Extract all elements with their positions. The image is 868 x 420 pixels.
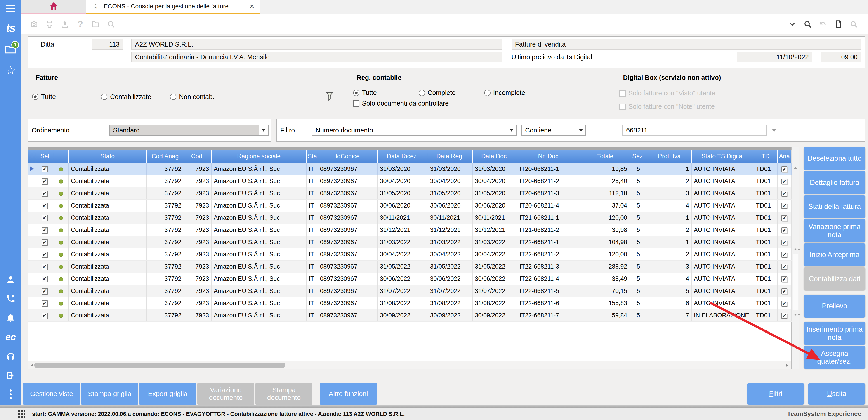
invoice-type-field[interactable]: Fatture di vendita <box>512 39 861 50</box>
ana-checkbox[interactable] <box>781 252 787 258</box>
reg-contabile-radio-option[interactable]: Incomplete <box>484 89 550 96</box>
ana-checkbox[interactable] <box>781 167 787 172</box>
filtri-button[interactable]: Filtri <box>747 383 804 404</box>
filter-operator-select[interactable]: Contiene <box>522 125 586 136</box>
table-row[interactable]: Contabilizzata 37792 7923 Amazon EU S.Ã … <box>28 248 792 261</box>
row-select-checkbox[interactable] <box>41 227 48 234</box>
table-row[interactable]: Contabilizzata 37792 7923 Amazon EU S.Ã … <box>28 285 792 297</box>
phone-icon[interactable] <box>6 294 16 304</box>
column-header[interactable]: Totale <box>581 150 629 163</box>
column-header[interactable]: Prot. Iva <box>647 150 691 163</box>
ec-logo[interactable]: ec <box>5 332 16 342</box>
bottom-bar-button[interactable]: Export griglia <box>139 383 196 404</box>
new-document-icon[interactable] <box>834 20 843 28</box>
scroll-up-arrow-icon[interactable] <box>794 165 797 169</box>
scroll-page-up-icon[interactable] <box>794 245 801 249</box>
side-panel-button[interactable]: Dettaglio fattura <box>804 171 865 194</box>
uscita-button[interactable]: Uscita <box>808 383 865 404</box>
menu-icon[interactable] <box>6 4 15 13</box>
bottom-bar-button[interactable]: Stampa griglia <box>81 383 138 404</box>
table-row[interactable]: Contabilizzata 37792 7923 Amazon EU S.Ã … <box>28 297 792 309</box>
row-select-checkbox[interactable] <box>41 264 48 270</box>
favorites-star-icon[interactable]: ☆ <box>5 64 16 76</box>
ana-checkbox[interactable] <box>781 215 787 221</box>
bottom-bar-button[interactable]: Gestione viste <box>23 383 80 404</box>
column-header[interactable]: Sta <box>306 150 318 163</box>
side-panel-button[interactable]: Prelievo <box>804 295 865 318</box>
scroll-left-arrow-icon[interactable] <box>29 363 33 367</box>
close-icon[interactable]: ✕ <box>249 3 254 10</box>
scroll-right-arrow-icon[interactable] <box>786 363 790 367</box>
table-row[interactable]: Contabilizzata 37792 7923 Amazon EU S.Ã … <box>28 200 792 212</box>
filter-funnel-icon[interactable] <box>325 91 334 102</box>
search-icon[interactable] <box>107 20 115 28</box>
last-pull-time-field[interactable]: 09:00 <box>820 52 861 62</box>
ana-checkbox[interactable] <box>781 264 787 270</box>
table-row[interactable]: Contabilizzata 37792 7923 Amazon EU S.Ã … <box>28 273 792 285</box>
column-header[interactable]: Sez. <box>629 150 647 163</box>
column-header[interactable]: Stato TS Digital <box>691 150 754 163</box>
more-options-icon[interactable] <box>10 389 12 399</box>
row-select-checkbox[interactable] <box>41 288 48 295</box>
table-row[interactable]: Contabilizzata 37792 7923 Amazon EU S.Ã … <box>28 175 792 187</box>
fatture-radio-option[interactable]: Tutte <box>32 93 101 100</box>
row-select-checkbox[interactable] <box>41 166 48 173</box>
undo-icon[interactable] <box>819 20 827 28</box>
ordinamento-select[interactable]: Standard <box>110 125 269 136</box>
scroll-page-down-icon[interactable] <box>794 316 801 320</box>
side-panel-button[interactable]: Deseleziona tutto <box>804 147 865 170</box>
filter-value-input[interactable]: 668211 <box>622 125 767 136</box>
ana-checkbox[interactable] <box>781 240 787 245</box>
vertical-scroll-thumb[interactable] <box>793 253 798 310</box>
ana-checkbox[interactable] <box>781 228 787 233</box>
row-select-checkbox[interactable] <box>41 190 48 197</box>
fatture-radio-option[interactable]: Non contab. <box>170 93 239 100</box>
notifications-bell-icon[interactable] <box>6 312 16 323</box>
column-header[interactable]: Cod.Anag <box>147 150 184 163</box>
filter-history-arrow-icon[interactable] <box>772 129 776 134</box>
column-header[interactable]: Data Ricez. <box>377 150 428 163</box>
table-row[interactable]: Contabilizzata 37792 7923 Amazon EU S.Ã … <box>28 261 792 273</box>
tab-home[interactable] <box>21 0 86 14</box>
ana-checkbox[interactable] <box>781 191 787 197</box>
help-icon[interactable]: ? <box>76 20 85 28</box>
column-header[interactable]: Sel <box>36 150 54 163</box>
horizontal-scrollbar[interactable] <box>28 361 792 369</box>
column-header[interactable]: Ragione sociale <box>211 150 306 163</box>
side-panel-button[interactable]: Assegna quater/sez. <box>804 346 865 369</box>
search-secondary-icon[interactable] <box>849 20 858 28</box>
column-header[interactable]: Cod. <box>184 150 211 163</box>
row-select-checkbox[interactable] <box>41 276 48 282</box>
table-row[interactable]: Contabilizzata 37792 7923 Amazon EU S.Ã … <box>28 212 792 224</box>
side-panel-button[interactable]: Inserimento prima nota <box>804 322 865 345</box>
reg-contabile-radio-option[interactable]: Tutte <box>353 89 418 96</box>
side-panel-button[interactable]: Contabilizza dati <box>804 267 865 291</box>
row-select-checkbox[interactable] <box>41 300 48 307</box>
column-header[interactable]: Stato <box>68 150 147 163</box>
company-regime-field[interactable]: Contabilita' ordinaria - Denuncia I.V.A.… <box>131 52 502 62</box>
row-select-checkbox[interactable] <box>41 203 48 209</box>
zoom-search-icon[interactable] <box>803 20 812 28</box>
column-header[interactable]: Data Reg. <box>428 150 472 163</box>
ana-checkbox[interactable] <box>781 203 787 209</box>
column-header[interactable] <box>54 150 68 163</box>
column-header[interactable] <box>28 150 36 163</box>
filter-field-select[interactable]: Numero documento <box>312 125 517 136</box>
logout-icon[interactable] <box>6 370 16 381</box>
bottom-bar-button[interactable]: Variazione documento <box>197 383 254 404</box>
support-headset-icon[interactable] <box>6 352 16 361</box>
sidebar-item-documents[interactable]: 1 <box>5 44 16 55</box>
ditta-code-field[interactable]: 113 <box>92 39 123 50</box>
reg-contabile-radio-option[interactable]: Complete <box>418 89 484 96</box>
bottom-bar-button[interactable]: Altre funzioni <box>320 383 377 404</box>
horizontal-scroll-thumb[interactable] <box>34 363 285 368</box>
row-select-checkbox[interactable] <box>41 178 48 185</box>
row-select-checkbox[interactable] <box>41 239 48 246</box>
table-row[interactable]: Contabilizzata 37792 7923 Amazon EU S.Ã … <box>28 236 792 248</box>
column-header[interactable]: Nr. Doc. <box>517 150 581 163</box>
fatture-radio-option[interactable]: Contabilizzate <box>101 93 170 100</box>
row-select-checkbox[interactable] <box>41 215 48 221</box>
dropdown-arrow-icon[interactable] <box>576 125 585 136</box>
grip-dots-icon[interactable] <box>18 410 25 418</box>
company-name-field[interactable]: A2Z WORLD S.R.L. <box>131 39 502 50</box>
